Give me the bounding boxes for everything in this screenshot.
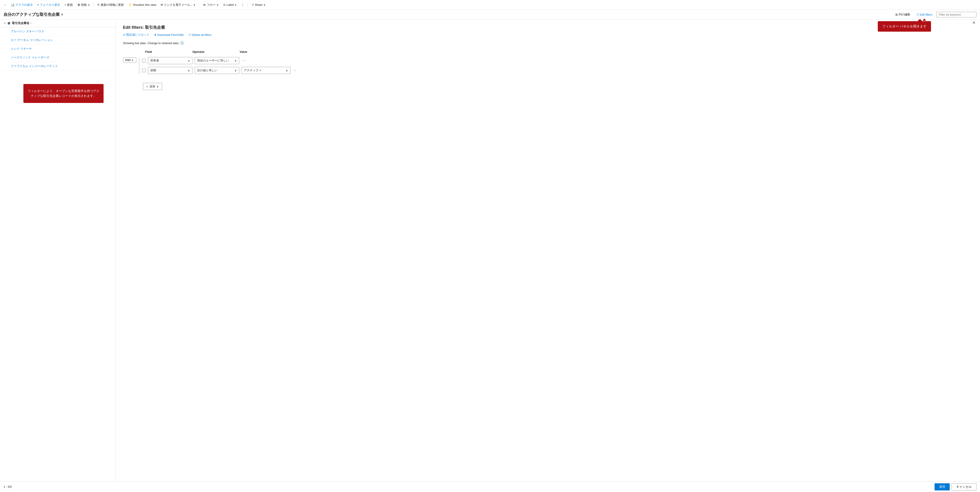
flow-button[interactable]: ≫ フロー ∨: [201, 2, 221, 8]
main-content: ○ ⊞ 取引先企業名 ↑ アルパイン スキー ハウス エー データム コーポレー…: [0, 19, 980, 481]
list-item[interactable]: アルパイン スキー ハウス: [0, 27, 116, 36]
filter-row-1-more-button[interactable]: ···: [242, 58, 246, 64]
visualize-button[interactable]: ⚡ Visualize this view: [127, 2, 158, 7]
list-panel: ○ ⊞ 取引先企業名 ↑ アルパイン スキー ハウス エー データム コーポレー…: [0, 19, 116, 481]
refresh-icon: ↻: [97, 3, 100, 6]
callout-arrow: [918, 19, 922, 21]
focus-icon: ≡: [37, 3, 39, 6]
separator-3: [248, 3, 248, 7]
info-icon: i: [180, 41, 184, 45]
left-filter-callout: フィルターにより、オープンな営業案件を持つアクティブな取引先企業レコードが表示さ…: [23, 84, 103, 103]
filter-row-1-field[interactable]: 所有者 ∨: [148, 57, 192, 64]
view-header: 自分のアクティブな取引先企業 ∨ ⊞ 列の編集 ▽ Edit filters: [0, 10, 980, 19]
new-icon: +: [65, 3, 66, 6]
operator-2-dropdown-icon: ∨: [234, 69, 237, 72]
keyword-filter-input[interactable]: [936, 12, 977, 18]
separator-2: [199, 3, 199, 7]
filter-row-2-more-button[interactable]: ···: [293, 67, 298, 73]
delete-all-filters-button[interactable]: ▽ Delete all filters: [189, 33, 212, 37]
filter-icon: ▽: [916, 13, 919, 16]
focus-button[interactable]: ≡ フォーカス表示: [35, 2, 62, 8]
view-actions: ⊞ 列の編集 ▽ Edit filters: [893, 11, 977, 18]
ellipsis-button[interactable]: ⋮: [239, 2, 246, 7]
share-chevron: ∨: [264, 3, 266, 6]
back-button[interactable]: ←: [2, 2, 8, 7]
filter-rows-container: 所有者 ∨ 現在のユーザーに等しい ∨ ···: [142, 57, 298, 74]
add-icon: +: [146, 85, 148, 88]
mail-button[interactable]: ✉ リンクを電子メール... ∨: [159, 2, 197, 8]
list-item[interactable]: エー データム コーポレーション: [0, 36, 116, 45]
cancel-button[interactable]: キャンセル: [951, 483, 977, 490]
ellipsis-icon: ⋮: [241, 3, 244, 6]
view-title-dropdown-icon[interactable]: ∨: [61, 13, 63, 16]
flow-icon: ≫: [203, 3, 206, 6]
edit-columns-button[interactable]: ⊞ 列の編集: [893, 11, 913, 18]
field-2-dropdown-icon: ∨: [188, 69, 190, 72]
filter-row-2-checkbox[interactable]: [142, 68, 146, 72]
toolbar: ← 📊 グラフの表示 ≡ フォーカス表示 + 新規 🗑 削除 ∨ ↻ 最新の情報…: [0, 0, 980, 10]
visualize-icon: ⚡: [128, 3, 132, 6]
filter-panel-callout: フィルター パネルを開きます: [878, 21, 931, 32]
back-icon: ←: [3, 3, 6, 6]
delete-dropdown-icon: ∨: [88, 3, 90, 6]
filter-row-2: 状態 ∨ 次の値と等しい ∨ アクティブ: [142, 67, 298, 74]
filter-row-2-operator[interactable]: 次の値と等しい ∨: [195, 67, 239, 74]
graph-button[interactable]: 📊 グラフの表示: [9, 2, 35, 8]
edit-filters-button[interactable]: ▽ Edit filters: [914, 12, 935, 17]
reset-filters-button[interactable]: ↺ 既定値にリセット: [123, 33, 150, 37]
filter-row-1-operator[interactable]: 現在のユーザーに等しい ∨: [195, 57, 239, 64]
list-header: ○ ⊞ 取引先企業名 ↑: [0, 19, 116, 27]
value-tag: アクティブ ✕: [244, 68, 261, 72]
value-header: Value: [240, 50, 247, 54]
label-button[interactable]: ⊙ Label ∨: [221, 2, 239, 7]
view-title: 自分のアクティブな取引先企業 ∨: [3, 12, 63, 17]
value-remove-button[interactable]: ✕: [259, 69, 261, 72]
list-item[interactable]: ノースウィンド トレーダーズ: [0, 53, 116, 62]
delete-icon: 🗑: [77, 3, 80, 6]
change-data-mode-link[interactable]: Change to retained data: [148, 41, 179, 45]
close-filter-panel-button[interactable]: ✕: [971, 19, 977, 26]
filter-row-1: 所有者 ∨ 現在のユーザーに等しい ∨ ···: [142, 57, 298, 64]
share-icon: ↗: [251, 3, 254, 6]
label-chevron: ∨: [234, 3, 237, 6]
graph-icon: 📊: [11, 3, 14, 6]
flow-chevron: ∨: [216, 3, 219, 6]
and-badge[interactable]: AND ∨: [123, 57, 136, 63]
share-button[interactable]: ↗ Share ∨: [250, 2, 267, 7]
list-item[interactable]: トレイ リサーチ: [0, 45, 116, 53]
and-chevron-icon: ∨: [131, 59, 134, 62]
filter-row-2-field[interactable]: 状態 ∨: [148, 67, 192, 74]
delete-all-icon: ▽: [189, 33, 191, 37]
label-icon: ⊙: [223, 3, 226, 6]
refresh-button[interactable]: ↻ 最新の情報に更新: [95, 2, 126, 8]
add-chevron-icon: ∨: [157, 85, 159, 88]
mail-icon: ✉: [161, 3, 163, 6]
radio-icon: ○: [3, 21, 6, 25]
edit-columns-icon: ⊞: [896, 13, 898, 16]
close-icon: ✕: [972, 21, 975, 25]
add-row: + 追加 ∨: [143, 83, 973, 90]
download-fetchxml-button[interactable]: ⬇ Download FetchXML: [154, 33, 184, 37]
new-button[interactable]: + 新規: [63, 2, 75, 8]
filter-row-1-checkbox[interactable]: [142, 59, 146, 62]
bottom-actions: 適用 キャンセル: [935, 483, 977, 490]
apply-button[interactable]: 適用: [935, 483, 950, 490]
data-mode-row: Showing live data Change to retained dat…: [123, 41, 973, 45]
download-icon: ⬇: [154, 33, 156, 37]
filter-and-row: Field Operator Value AND ∨: [123, 50, 973, 75]
field-dropdown-icon: ∨: [188, 59, 190, 62]
record-count: 1 - 5/5: [3, 485, 12, 489]
add-filter-button[interactable]: + 追加 ∨: [143, 83, 162, 90]
callout-arrow-indicator: [923, 19, 926, 21]
filter-row-2-value[interactable]: アクティブ ✕ ∨: [242, 67, 290, 74]
bottom-bar: 1 - 5/5 適用 キャンセル: [0, 481, 980, 492]
operator-header: Operator: [192, 50, 237, 54]
field-header: Field: [145, 50, 190, 54]
operator-dropdown-icon: ∨: [234, 59, 237, 62]
mail-dropdown-icon: ∨: [193, 3, 196, 6]
filter-panel-actions: ↺ 既定値にリセット ⬇ Download FetchXML ▽ Delete …: [123, 33, 973, 37]
delete-button[interactable]: 🗑 削除 ∨: [75, 2, 92, 8]
list-item[interactable]: ファブリカム インコーポレーテッド: [0, 62, 116, 71]
tree-icon: ⊞: [8, 21, 10, 25]
filter-panel-title: Edit filters: 取引先企業: [123, 25, 973, 30]
